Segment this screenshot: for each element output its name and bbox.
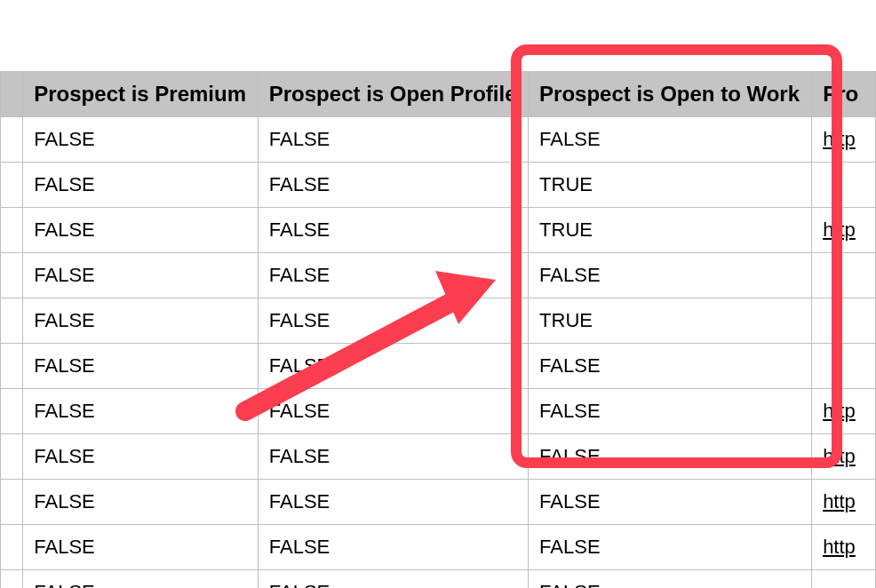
cell-open-profile[interactable]: FALSE: [258, 480, 528, 525]
table-row: FALSE FALSE FALSE: [1, 570, 876, 589]
table-row: FALSE FALSE TRUE: [1, 163, 876, 208]
cell-open-profile[interactable]: FALSE: [258, 208, 528, 253]
cell-premium[interactable]: FALSE: [23, 570, 259, 589]
row-lead-cell[interactable]: [1, 525, 23, 570]
row-lead-cell[interactable]: [1, 389, 23, 434]
cell-open-profile[interactable]: FALSE: [258, 253, 528, 298]
row-lead-cell[interactable]: [1, 480, 23, 525]
cell-link[interactable]: http: [812, 117, 876, 163]
link-text[interactable]: http: [823, 219, 856, 241]
cell-premium[interactable]: FALSE: [23, 117, 259, 163]
column-header-lead[interactable]: [1, 72, 23, 117]
cell-open-to-work[interactable]: FALSE: [529, 344, 812, 389]
cell-link[interactable]: http: [812, 434, 876, 480]
cell-open-profile[interactable]: FALSE: [258, 117, 528, 163]
table-row: FALSE FALSE FALSE: [1, 344, 876, 389]
cell-open-to-work[interactable]: FALSE: [529, 434, 812, 480]
cell-premium[interactable]: FALSE: [23, 525, 259, 570]
viewport: Prospect is Premium Prospect is Open Pro…: [0, 0, 876, 588]
cell-link[interactable]: [812, 253, 876, 298]
cell-open-to-work[interactable]: FALSE: [529, 389, 812, 434]
cell-open-to-work[interactable]: FALSE: [529, 253, 812, 298]
table-row: FALSE FALSE FALSE http: [1, 525, 876, 570]
column-header-next[interactable]: Pro: [812, 72, 876, 117]
table-row: FALSE FALSE TRUE http: [1, 208, 876, 253]
column-header-premium[interactable]: Prospect is Premium: [23, 72, 259, 117]
table-row: FALSE FALSE TRUE: [1, 298, 876, 344]
cell-link[interactable]: http: [812, 480, 876, 525]
column-header-open-to-work[interactable]: Prospect is Open to Work: [529, 72, 812, 117]
cell-link[interactable]: http: [812, 208, 876, 253]
cell-open-profile[interactable]: FALSE: [258, 389, 528, 434]
row-lead-cell[interactable]: [1, 344, 23, 389]
link-text[interactable]: http: [823, 128, 856, 150]
row-lead-cell[interactable]: [1, 570, 23, 589]
cell-open-profile[interactable]: FALSE: [258, 434, 528, 480]
link-text[interactable]: http: [823, 536, 856, 558]
cell-premium[interactable]: FALSE: [23, 344, 259, 389]
cell-premium[interactable]: FALSE: [23, 480, 259, 525]
cell-open-to-work[interactable]: TRUE: [529, 208, 812, 253]
cell-link[interactable]: [812, 298, 876, 344]
cell-premium[interactable]: FALSE: [23, 389, 259, 434]
cell-open-to-work[interactable]: FALSE: [529, 570, 812, 589]
cell-premium[interactable]: FALSE: [23, 434, 259, 480]
table-row: FALSE FALSE FALSE http: [1, 480, 876, 525]
cell-premium[interactable]: FALSE: [23, 208, 259, 253]
row-lead-cell[interactable]: [1, 434, 23, 480]
link-text[interactable]: http: [823, 490, 856, 513]
cell-open-profile[interactable]: FALSE: [258, 163, 528, 208]
table-row: FALSE FALSE FALSE: [1, 253, 876, 298]
cell-premium[interactable]: FALSE: [23, 163, 259, 208]
cell-premium[interactable]: FALSE: [23, 298, 259, 344]
cell-open-to-work[interactable]: TRUE: [529, 298, 812, 344]
header-row: Prospect is Premium Prospect is Open Pro…: [1, 72, 876, 117]
table-body: FALSE FALSE FALSE http FALSE FALSE TRUE …: [1, 117, 876, 589]
cell-link[interactable]: [812, 344, 876, 389]
table-row: FALSE FALSE FALSE http: [1, 389, 876, 434]
table-row: FALSE FALSE FALSE http: [1, 117, 876, 163]
row-lead-cell[interactable]: [1, 253, 23, 298]
cell-open-profile[interactable]: FALSE: [258, 570, 528, 589]
row-lead-cell[interactable]: [1, 117, 23, 163]
cell-open-profile[interactable]: FALSE: [258, 525, 528, 570]
cell-premium[interactable]: FALSE: [23, 253, 259, 298]
row-lead-cell[interactable]: [1, 208, 23, 253]
cell-link[interactable]: http: [812, 389, 876, 434]
cell-open-profile[interactable]: FALSE: [258, 298, 528, 344]
cell-open-to-work[interactable]: FALSE: [529, 480, 812, 525]
cell-open-to-work[interactable]: TRUE: [529, 163, 812, 208]
cell-link[interactable]: [812, 163, 876, 208]
spreadsheet-table[interactable]: Prospect is Premium Prospect is Open Pro…: [0, 71, 876, 588]
cell-open-to-work[interactable]: FALSE: [529, 117, 812, 163]
row-lead-cell[interactable]: [1, 298, 23, 344]
table-row: FALSE FALSE FALSE http: [1, 434, 876, 480]
link-text[interactable]: http: [823, 400, 856, 422]
link-text[interactable]: http: [823, 445, 856, 467]
cell-open-to-work[interactable]: FALSE: [529, 525, 812, 570]
cell-link[interactable]: [812, 570, 876, 589]
column-header-open-profile[interactable]: Prospect is Open Profile: [258, 72, 528, 117]
cell-open-profile[interactable]: FALSE: [258, 344, 528, 389]
cell-link[interactable]: http: [812, 525, 876, 570]
row-lead-cell[interactable]: [1, 163, 23, 208]
